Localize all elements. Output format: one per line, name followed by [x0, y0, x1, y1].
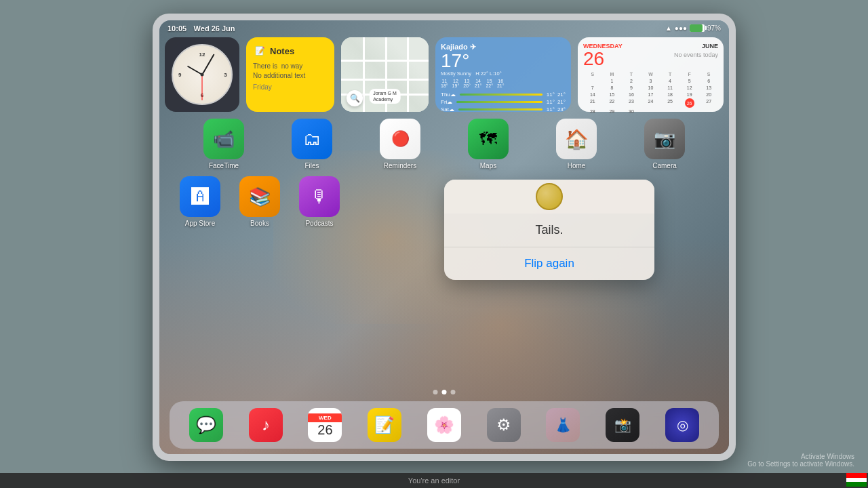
- app-home-label: Home: [568, 162, 586, 169]
- app-reminders[interactable]: 🔴 Reminders: [380, 119, 420, 169]
- bottom-bar: You're an editor: [0, 473, 868, 488]
- coinflip-coin: [536, 183, 563, 210]
- page-dot-2: [451, 390, 456, 394]
- widgets-area: 12 3 6 9 📝 Notes There is no way No addi…: [165, 37, 724, 112]
- app-facetime[interactable]: 📹 FaceTime: [203, 119, 244, 169]
- map-search-button[interactable]: 🔍: [347, 90, 363, 106]
- dock-cal-top: WED: [308, 413, 342, 422]
- watermark-line1: Activate Windows: [747, 453, 854, 460]
- cal-big-date: 26: [583, 49, 623, 68]
- flag-icon: [846, 473, 867, 487]
- dock-cal-date: 26: [317, 422, 332, 437]
- app-maps[interactable]: 🗺 Maps: [468, 119, 509, 169]
- status-bar: 10:05 Wed 26 Jun ▲ ●●● 97%: [159, 20, 729, 35]
- device-screen: 10:05 Wed 26 Jun ▲ ●●● 97% 12 3 6 9: [159, 20, 729, 454]
- notes-title: Notes: [270, 46, 294, 56]
- notes-date: Friday: [253, 83, 328, 91]
- app-reminders-label: Reminders: [384, 162, 416, 169]
- app-books-label: Books: [250, 220, 269, 227]
- device-frame: 10:05 Wed 26 Jun ▲ ●●● 97% 12 3 6 9: [153, 14, 736, 461]
- app-podcasts-label: Podcasts: [305, 220, 333, 227]
- notes-icon: 📝: [253, 44, 267, 58]
- signal-icon: ●●●: [675, 24, 687, 32]
- weather-forecast-row: 1118° 1219° 1320° 1421° 1522° 1621°: [441, 79, 566, 88]
- coinflip-coin-area: [444, 180, 654, 214]
- dock-photos[interactable]: 🌸: [427, 408, 461, 442]
- map-label: Joram G M Academy: [369, 89, 401, 104]
- status-time: 10:05: [167, 24, 186, 33]
- dock-music[interactable]: ♪: [249, 408, 283, 442]
- battery-icon: [690, 24, 705, 32]
- app-maps-label: Maps: [480, 162, 496, 169]
- app-files[interactable]: 🗂 Files: [292, 119, 332, 169]
- windows-watermark: Activate Windows Go to Settings to activ…: [747, 453, 854, 468]
- app-home[interactable]: 🏠 Home: [556, 119, 597, 169]
- apps-row-1: 📹 FaceTime 🗂 Files 🔴 Reminders 🗺: [159, 119, 729, 169]
- cal-no-events: No events today: [674, 52, 718, 58]
- dock: 💬 ♪ WED 26 📝 🌸 ⚙ 👗 📸: [170, 401, 719, 449]
- wifi-icon: ▲: [665, 24, 672, 32]
- coinflip-popup: Tails. Flip again: [444, 180, 654, 280]
- dock-siri[interactable]: ◎: [665, 408, 699, 442]
- weather-high-low: H:22° L:10°: [475, 70, 502, 77]
- status-date: Wed 26 Jun: [194, 24, 235, 33]
- page-dots: [433, 390, 456, 394]
- dock-messages[interactable]: 💬: [189, 408, 223, 442]
- cal-month: JUNE: [674, 43, 718, 49]
- dock-settings[interactable]: ⚙: [487, 408, 521, 442]
- page-dot-1: [442, 390, 447, 394]
- weather-widget[interactable]: Kajiado ✈ 17° Mostly Sunny H:22° L:10° 1…: [435, 37, 571, 112]
- cal-grid: S M T W T F S 123456 78910111213 1415161…: [583, 71, 718, 115]
- bottom-text: You're an editor: [408, 476, 460, 485]
- dock-calendar[interactable]: WED 26: [308, 408, 342, 442]
- dock-screenshot[interactable]: 📸: [606, 408, 639, 442]
- app-camera[interactable]: 📷 Camera: [644, 119, 685, 169]
- weather-description: Mostly Sunny: [441, 70, 471, 77]
- weather-desc: Mostly Sunny H:22° L:10°: [441, 70, 566, 77]
- app-camera-label: Camera: [652, 162, 677, 169]
- notes-widget[interactable]: 📝 Notes There is no way No additional te…: [246, 37, 334, 112]
- second-hand: [202, 75, 203, 100]
- coinflip-flip-again-button[interactable]: Flip again: [444, 247, 654, 280]
- notes-body: There is no way No additional text: [253, 62, 328, 81]
- map-widget[interactable]: 🔍 Joram G M Academy: [341, 37, 429, 112]
- weather-temp: 17°: [441, 52, 566, 70]
- page-dot-0: [433, 390, 438, 394]
- app-facetime-label: FaceTime: [209, 162, 239, 169]
- calendar-widget[interactable]: WEDNESDAY 26 JUNE No events today S M T …: [578, 37, 724, 112]
- weather-weekly: Thu☁11°21° Fri☁11°21° Sat☁11°23° Sun☁11°…: [441, 91, 566, 112]
- watermark-line2: Go to Settings to activate Windows.: [747, 460, 854, 468]
- coinflip-result: Tails.: [444, 214, 654, 247]
- dock-fashion[interactable]: 👗: [546, 408, 580, 442]
- dock-notes[interactable]: 📝: [368, 408, 401, 442]
- app-appstore-label: App Store: [185, 220, 215, 227]
- app-books[interactable]: 📚 Books: [239, 176, 280, 227]
- app-podcasts[interactable]: 🎙 Podcasts: [299, 176, 340, 227]
- clock-widget[interactable]: 12 3 6 9: [165, 37, 239, 112]
- app-appstore[interactable]: 🅰 App Store: [180, 176, 220, 227]
- battery-percent: 97%: [707, 24, 721, 32]
- clock-center-dot: [201, 73, 204, 77]
- app-files-label: Files: [304, 162, 319, 169]
- clock-face: 12 3 6 9: [172, 44, 233, 105]
